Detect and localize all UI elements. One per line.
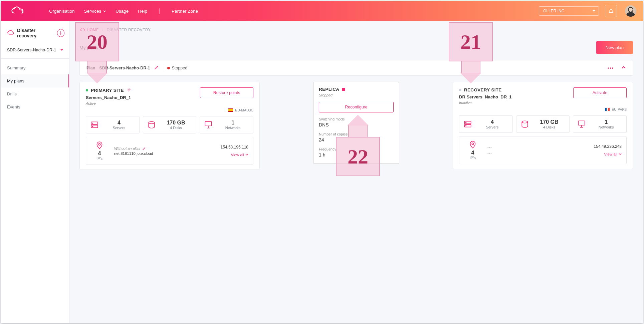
reconfigure-button[interactable]: Reconfigure — [319, 102, 394, 112]
plan-bar: Plan SDR-Servers-Nacho-DR-1 Stopped ••• — [79, 60, 633, 76]
replica-card: REPLICA Stopped Reconfigure Switching mo… — [313, 82, 399, 164]
sidebar-title: Disaster recovery — [17, 28, 54, 38]
copies-value: 24 — [319, 137, 394, 142]
org-selector-label: OLLER INC — [543, 9, 564, 13]
plan-more-button[interactable]: ••• — [608, 66, 614, 70]
sidebar-item-events[interactable]: Events — [1, 100, 69, 113]
nav-usage[interactable]: Usage — [116, 9, 129, 14]
svg-rect-6 — [205, 121, 212, 126]
svg-point-3 — [92, 123, 93, 123]
primary-site-card: PRIMARY SITE Servers_Nacho_DR_1 Active R… — [79, 82, 260, 170]
primary-ips-box: 4 IP's Without an alias net.8181110.jote… — [86, 137, 253, 165]
svg-point-7 — [98, 143, 100, 145]
switching-mode-label: Switching mode — [319, 117, 394, 121]
recovery-alias-value: --- — [487, 151, 492, 155]
plan-status-label: Stopped — [172, 66, 188, 70]
disk-icon — [147, 120, 156, 129]
primary-region: EU-MAD3C — [235, 108, 253, 112]
breadcrumb-separator: / — [102, 28, 103, 32]
nav-organisation[interactable]: Organisation — [49, 9, 75, 14]
bell-icon — [608, 8, 614, 14]
chevron-down-icon — [245, 153, 248, 156]
plus-icon — [59, 31, 63, 35]
recovery-networks-metric: 1Networks — [573, 115, 627, 133]
pencil-icon[interactable] — [142, 146, 146, 150]
breadcrumb: HOME / DISASTER RECOVERY — [79, 21, 633, 33]
sidebar-plan-label: SDR-Servers-Nacho-DR-1 — [7, 48, 56, 52]
chevron-up-icon — [621, 65, 626, 70]
activate-button[interactable]: Activate — [573, 87, 627, 98]
nav-partner-zone[interactable]: Partner Zone — [172, 9, 198, 14]
nav-services-label: Services — [84, 9, 101, 14]
svg-point-4 — [92, 126, 93, 127]
location-icon — [95, 141, 104, 150]
replica-heading: REPLICA — [319, 87, 339, 92]
server-icon — [463, 120, 472, 128]
primary-alias-value: net.8181110.jote.cloud — [114, 151, 153, 155]
svg-point-14 — [472, 143, 473, 144]
recovery-ips-box: 4 IP's --- --- 154.49.236.248 View all — [459, 136, 627, 164]
network-icon — [577, 120, 586, 128]
recovery-ip-address: 154.49.236.248 — [594, 144, 622, 149]
replica-status: Stopped — [319, 93, 394, 97]
notifications-button[interactable] — [605, 5, 617, 17]
breadcrumb-current: DISASTER RECOVERY — [107, 28, 151, 32]
edit-plan-button[interactable] — [154, 65, 159, 71]
flag-fr-icon — [605, 108, 610, 111]
sidebar-plan-selector[interactable]: SDR-Servers-Nacho-DR-1 — [1, 43, 69, 59]
recovery-view-all[interactable]: View all — [604, 152, 622, 156]
nav-separator — [159, 8, 160, 14]
content: HOME / DISASTER RECOVERY My plans New pl… — [69, 21, 643, 323]
sidebar-nav: Summary My plans Drills Events — [1, 59, 69, 113]
breadcrumb-home-label: HOME — [87, 28, 99, 32]
cloud-icon — [80, 28, 85, 32]
page-title: My plans — [79, 45, 98, 50]
primary-view-all[interactable]: View all — [231, 153, 248, 157]
svg-rect-13 — [579, 121, 585, 125]
gear-icon[interactable] — [127, 87, 131, 93]
add-plan-button[interactable] — [57, 29, 65, 37]
primary-heading: PRIMARY SITE — [91, 88, 124, 93]
topbar: Organisation Services Usage Help Partner… — [1, 1, 643, 21]
copies-label: Number of copies — [319, 132, 394, 136]
restore-points-button[interactable]: Restore points — [200, 87, 253, 98]
primary-networks-metric: 1Networks — [200, 116, 253, 133]
switching-mode-value: DNS — [319, 122, 394, 127]
new-plan-button[interactable]: New plan — [596, 41, 633, 54]
recovery-site-card: RECOVERY SITE DR Servers_Nacho_DR_1 Inac… — [453, 82, 633, 169]
plan-name: SDR-Servers-Nacho-DR-1 — [99, 66, 150, 70]
svg-point-10 — [466, 122, 466, 123]
chevron-down-icon — [103, 10, 106, 13]
recovery-status: Inactive — [459, 101, 512, 105]
disk-icon — [520, 120, 529, 128]
nav-services[interactable]: Services — [84, 9, 106, 14]
sidebar: Disaster recovery SDR-Servers-Nacho-DR-1… — [1, 21, 69, 323]
recovery-heading: RECOVERY SITE — [464, 87, 502, 92]
nav-help[interactable]: Help — [138, 9, 147, 14]
org-selector[interactable]: OLLER INC — [539, 6, 599, 16]
plan-status: Stopped — [167, 66, 188, 70]
network-icon — [204, 120, 213, 129]
recovery-storage-metric: 170 GB4 Disks — [516, 115, 570, 133]
svg-point-5 — [149, 121, 154, 124]
server-icon — [90, 120, 99, 129]
recovery-name: DR Servers_Nacho_DR_1 — [459, 94, 512, 99]
sidebar-item-myplans[interactable]: My plans — [1, 74, 69, 87]
sidebar-item-summary[interactable]: Summary — [1, 61, 69, 74]
flag-es-icon — [228, 108, 233, 112]
stop-icon — [342, 88, 345, 91]
logo[interactable] — [10, 6, 26, 16]
sidebar-item-drills[interactable]: Drills — [1, 87, 69, 100]
svg-point-0 — [128, 89, 130, 90]
plan-collapse-button[interactable] — [621, 65, 626, 71]
location-icon — [468, 140, 477, 149]
svg-point-12 — [522, 121, 527, 123]
primary-ip-address: 154.58.195.118 — [221, 145, 248, 149]
chevron-down-icon — [619, 152, 622, 155]
recovery-servers-metric: 4Servers — [459, 115, 513, 133]
svg-point-11 — [466, 125, 466, 126]
user-avatar[interactable] — [625, 5, 636, 17]
breadcrumb-home[interactable]: HOME — [80, 28, 99, 32]
pencil-icon — [154, 65, 159, 70]
primary-status: Active — [86, 101, 131, 105]
